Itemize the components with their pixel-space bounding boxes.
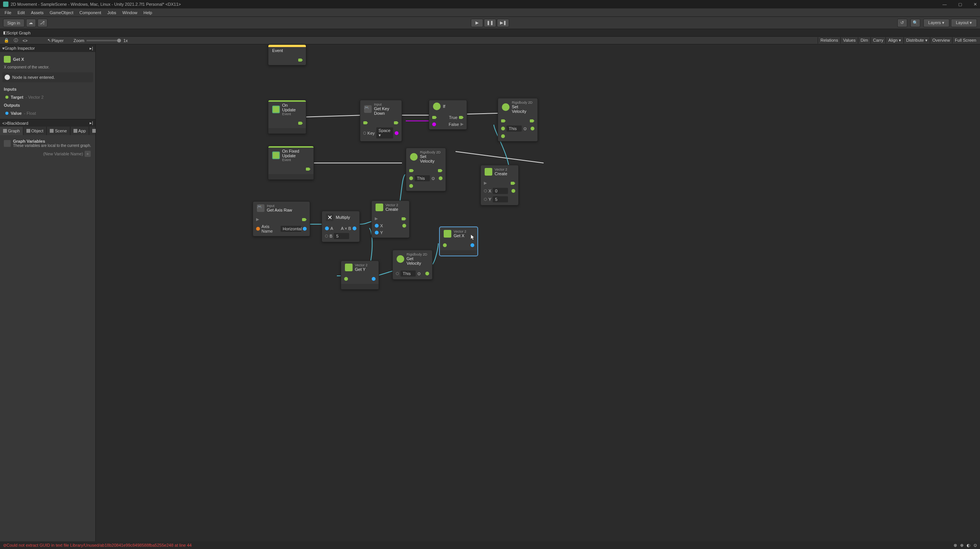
flow-out-port[interactable] xyxy=(298,59,303,62)
menu-assets[interactable]: Assets xyxy=(28,10,47,16)
signin-button[interactable]: Sign in xyxy=(3,19,24,27)
status-icon-3[interactable]: ◐ xyxy=(967,543,970,548)
key-value-field[interactable]: Space ▾ xyxy=(376,127,393,138)
graph-inspector-header[interactable]: ▾ Graph Inspector ▸| xyxy=(0,44,95,52)
node-get-key-down[interactable]: 🎮 Input Get Key Down Key Space ▾ xyxy=(360,100,402,142)
bool-in-port[interactable] xyxy=(432,122,436,126)
a-in-port[interactable] xyxy=(325,226,329,230)
y-in-port[interactable] xyxy=(375,231,379,235)
flow-out-port[interactable] xyxy=(306,168,310,171)
tool-align[interactable]: Align ▾ xyxy=(885,37,903,44)
float-out-port[interactable] xyxy=(372,277,376,281)
b-in-port[interactable] xyxy=(325,235,328,238)
zoom-slider[interactable] xyxy=(87,40,121,41)
play-button[interactable]: ▶ xyxy=(471,19,483,27)
menu-window[interactable]: Window xyxy=(119,10,140,16)
x-in-port[interactable] xyxy=(484,189,487,192)
flow-in-port[interactable] xyxy=(375,217,378,220)
bool-out-port[interactable] xyxy=(395,131,399,135)
flow-out-port[interactable] xyxy=(530,119,534,122)
float-out-port[interactable] xyxy=(303,227,307,231)
tool-values[interactable]: Values xyxy=(840,37,858,44)
vec-out-port[interactable] xyxy=(511,189,515,193)
node-multiply[interactable]: ✕ Multiply A A × B B5 xyxy=(322,211,360,242)
lock-icon[interactable]: 🔒 xyxy=(2,37,11,44)
collapse-icon[interactable]: ▸| xyxy=(90,46,93,51)
maximize-icon[interactable]: ▢ xyxy=(958,2,962,7)
node-set-velocity-2[interactable]: Rigidbody 2D Set Velocity This⊙ xyxy=(406,148,446,191)
flow-in-port[interactable] xyxy=(432,116,437,119)
flow-out-port[interactable] xyxy=(402,217,406,220)
tool-fullscreen[interactable]: Full Screen xyxy=(952,37,978,44)
flow-out-port[interactable] xyxy=(438,169,443,172)
node-on-fixed-update[interactable]: On Fixed Update Event xyxy=(268,146,314,180)
version-control-icon[interactable]: ⎇ xyxy=(38,19,47,27)
add-variable-button[interactable]: + xyxy=(85,151,91,157)
menu-file[interactable]: File xyxy=(2,10,15,16)
undo-history-icon[interactable]: ↺ xyxy=(897,19,907,27)
node-if[interactable]: If True False xyxy=(429,100,467,130)
vec-out-port[interactable] xyxy=(425,272,429,275)
menu-gameobject[interactable]: GameObject xyxy=(47,10,77,16)
vec-out-port[interactable] xyxy=(439,176,443,180)
node-get-axis-raw[interactable]: 🎮 Input Get Axis Raw Axis NameHorizontal xyxy=(253,201,310,236)
float-out-port[interactable] xyxy=(470,243,474,247)
search-icon[interactable]: 🔍 xyxy=(910,19,920,27)
node-vec2-create-1[interactable]: Vector 2 Create X0 Y5 xyxy=(480,165,519,205)
layers-dropdown[interactable]: Layers ▾ xyxy=(923,19,949,27)
y-in-port[interactable] xyxy=(484,198,487,201)
script-graph-tab[interactable]: ◧ Script Graph xyxy=(0,29,980,37)
vec-in-port[interactable] xyxy=(409,184,413,188)
bb-tab-graph[interactable]: Graph xyxy=(0,127,23,135)
vec-in-port[interactable] xyxy=(344,277,348,281)
vec-in-port[interactable] xyxy=(501,134,505,138)
tool-carry[interactable]: Carry xyxy=(871,37,886,44)
status-icon-4[interactable]: ⊙ xyxy=(973,543,977,548)
key-in-port[interactable] xyxy=(363,132,366,135)
tool-dim[interactable]: Dim xyxy=(858,37,871,44)
target-in-port[interactable] xyxy=(501,127,505,130)
flow-out-port[interactable] xyxy=(302,218,307,221)
flow-in-port[interactable] xyxy=(501,119,506,122)
true-out-port[interactable] xyxy=(459,116,464,119)
flow-in-port[interactable] xyxy=(256,218,259,221)
status-icon-2[interactable]: ⊕ xyxy=(960,543,964,548)
new-variable-row[interactable]: (New Variable Name) + xyxy=(2,149,93,158)
vec-in-port[interactable] xyxy=(443,243,447,247)
menu-jobs[interactable]: Jobs xyxy=(104,10,119,16)
info-icon[interactable]: ⓘ xyxy=(11,37,20,44)
flow-in-port[interactable] xyxy=(363,121,368,124)
result-out-port[interactable] xyxy=(353,226,356,230)
vec-out-port[interactable] xyxy=(531,127,534,130)
blackboard-collapse-icon[interactable]: ▸| xyxy=(90,121,93,125)
tool-distribute[interactable]: Distribute ▾ xyxy=(903,37,930,44)
bb-tab-object[interactable]: Object xyxy=(23,127,47,135)
node-set-velocity-1[interactable]: Rigidbody 2D Set Velocity This⊙ xyxy=(498,98,538,142)
x-in-port[interactable] xyxy=(375,224,379,228)
node-vec2-create-2[interactable]: Vector 2 Create X Y xyxy=(371,200,410,238)
status-icon-1[interactable]: ⊗ xyxy=(954,543,957,548)
player-breadcrumb[interactable]: ↖ Player xyxy=(45,37,66,44)
node-get-y[interactable]: Vector 2 Get Y xyxy=(341,261,379,290)
flow-out-port[interactable] xyxy=(298,122,303,125)
step-button[interactable]: ▶❚ xyxy=(497,19,509,27)
cloud-icon[interactable]: ☁ xyxy=(26,19,36,27)
error-message[interactable]: Could not extract GUID in text file Libr… xyxy=(7,543,192,547)
false-out-port[interactable] xyxy=(461,123,464,126)
node-get-x[interactable]: Vector 2 Get X xyxy=(439,227,478,256)
code-icon[interactable]: <> xyxy=(20,37,30,44)
target-in-port[interactable] xyxy=(409,176,413,180)
node-on-update[interactable]: On Update Event xyxy=(268,100,306,134)
vec-out-port[interactable] xyxy=(402,224,406,228)
node-get-velocity[interactable]: Rigidbody 2D Get Velocity This⊙ xyxy=(392,250,433,280)
menu-component[interactable]: Component xyxy=(76,10,104,16)
menu-edit[interactable]: Edit xyxy=(15,10,28,16)
blackboard-header[interactable]: <> Blackboard ▸| xyxy=(0,119,95,127)
menu-help[interactable]: Help xyxy=(140,10,155,16)
flow-out-port[interactable] xyxy=(394,121,399,124)
target-in-port[interactable] xyxy=(396,272,399,275)
pause-button[interactable]: ❚❚ xyxy=(484,19,496,27)
node-on-start[interactable]: Event xyxy=(268,44,306,65)
graph-canvas[interactable]: Event On Update Event � xyxy=(96,44,980,549)
tool-overview[interactable]: Overview xyxy=(930,37,952,44)
